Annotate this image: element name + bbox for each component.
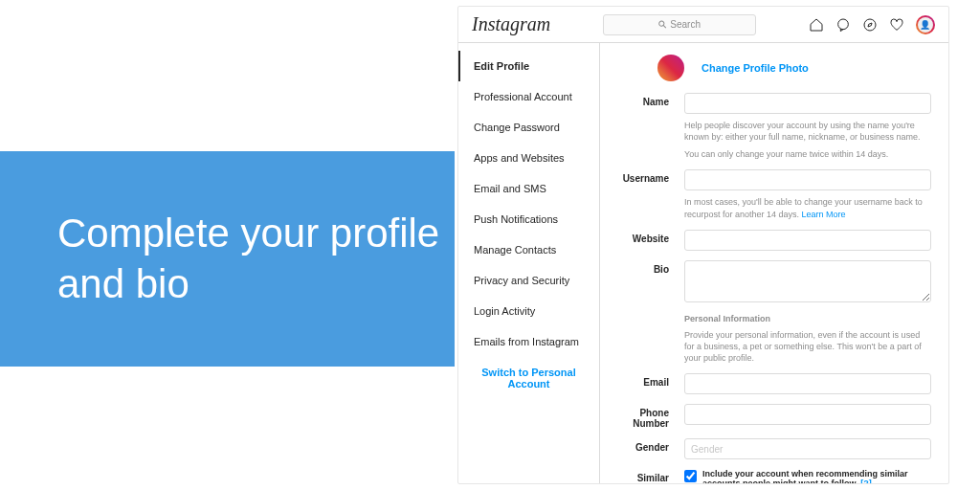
home-icon[interactable] <box>809 17 824 33</box>
suggestions-label: Similar Account Suggestions <box>608 469 684 483</box>
promo-banner: Complete your profile and bio <box>0 151 455 367</box>
personal-info-help: Provide your personal information, even … <box>684 329 931 364</box>
explore-icon[interactable] <box>862 17 878 33</box>
svg-point-0 <box>838 19 849 30</box>
suggestions-checkbox-row[interactable]: Include your account when recommending s… <box>684 469 931 483</box>
personal-info-head: Personal Information <box>684 314 931 323</box>
help-icon[interactable]: [?] <box>860 479 872 483</box>
switch-personal-link[interactable]: Switch to Personal Account <box>458 357 599 399</box>
svg-point-1 <box>864 19 876 31</box>
app-window: Instagram Search 👤 Edit Profile Professi… <box>457 6 949 484</box>
username-help: In most cases, you'll be able to change … <box>684 196 931 219</box>
change-photo-button[interactable]: Change Profile Photo <box>702 62 809 74</box>
profile-avatar[interactable]: 👤 <box>916 15 935 34</box>
app-body: Edit Profile Professional Account Change… <box>458 43 948 483</box>
name-help: Help people discover your account by usi… <box>684 120 931 143</box>
bio-label: Bio <box>608 260 684 275</box>
sidebar-item-push-notifications[interactable]: Push Notifications <box>458 204 599 234</box>
name-label: Name <box>608 93 684 107</box>
email-label: Email <box>608 373 684 388</box>
sidebar-item-emails-instagram[interactable]: Emails from Instagram <box>458 326 599 357</box>
sidebar-item-email-sms[interactable]: Email and SMS <box>458 173 599 204</box>
sidebar-item-change-password[interactable]: Change Password <box>458 112 599 143</box>
messenger-icon[interactable] <box>835 17 851 33</box>
sidebar-item-privacy-security[interactable]: Privacy and Security <box>458 265 599 296</box>
heart-icon[interactable] <box>889 17 904 33</box>
banner-text: Complete your profile and bio <box>57 209 455 309</box>
username-label: Username <box>608 169 684 184</box>
name-help-limit: You can only change your name twice with… <box>684 148 931 160</box>
sidebar-item-professional-account[interactable]: Professional Account <box>458 81 599 112</box>
sidebar-item-login-activity[interactable]: Login Activity <box>458 296 599 326</box>
website-label: Website <box>608 230 684 244</box>
phone-field[interactable] <box>684 404 931 425</box>
settings-sidebar: Edit Profile Professional Account Change… <box>458 43 600 483</box>
gender-field[interactable] <box>684 438 931 459</box>
suggestions-checkbox[interactable] <box>684 470 697 482</box>
header-nav: 👤 <box>809 15 935 34</box>
search-input[interactable]: Search <box>603 14 756 35</box>
profile-photo-row: Change Profile Photo <box>608 55 931 81</box>
website-field[interactable] <box>684 230 931 251</box>
name-field[interactable] <box>684 93 931 114</box>
brand-logo[interactable]: Instagram <box>472 13 550 35</box>
gender-label: Gender <box>608 438 684 453</box>
email-field[interactable] <box>684 373 931 394</box>
profile-photo[interactable] <box>657 55 684 81</box>
sidebar-item-edit-profile[interactable]: Edit Profile <box>458 51 599 81</box>
edit-profile-form: Change Profile Photo Name Help people di… <box>600 43 948 483</box>
app-header: Instagram Search 👤 <box>458 7 948 43</box>
learn-more-link[interactable]: Learn More <box>802 210 846 219</box>
sidebar-item-manage-contacts[interactable]: Manage Contacts <box>458 234 599 265</box>
sidebar-item-apps-websites[interactable]: Apps and Websites <box>458 143 599 173</box>
phone-label: Phone Number <box>608 404 684 429</box>
username-field[interactable] <box>684 169 931 190</box>
bio-field[interactable] <box>684 260 931 302</box>
